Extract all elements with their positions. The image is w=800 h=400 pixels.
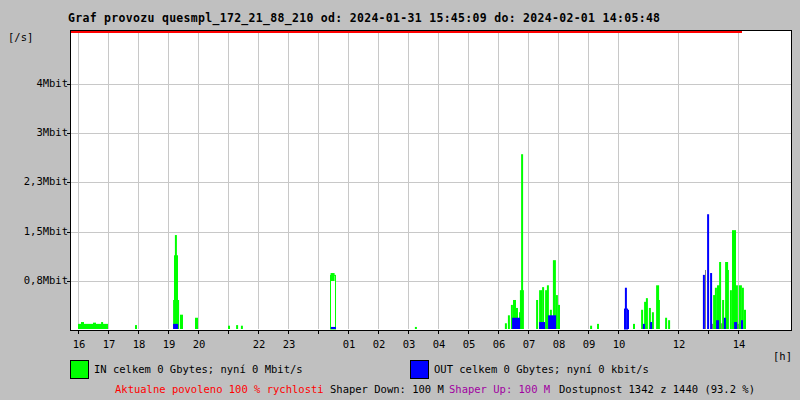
y-axis-label: 3Mbit xyxy=(8,126,68,138)
x-axis-label: 01 xyxy=(339,338,359,350)
x-axis-label: 02 xyxy=(369,338,389,350)
x-axis-label: 20 xyxy=(189,338,209,350)
footer-shaper-up: Shaper Up: 100 M xyxy=(449,383,550,395)
y-axis-label: 1,5Mbit xyxy=(8,225,68,237)
x-axis-label: 05 xyxy=(459,338,479,350)
x-axis-label: 06 xyxy=(489,338,509,350)
legend-in-label: IN celkem 0 Gbytes; nyní 0 Mbit/s xyxy=(94,363,303,375)
x-axis-label: 10 xyxy=(609,338,629,350)
x-axis-label: 07 xyxy=(519,338,539,350)
x-axis-label: 04 xyxy=(429,338,449,350)
x-axis-label: 16 xyxy=(69,338,89,350)
x-axis-label: 12 xyxy=(669,338,689,350)
x-axis-label: 03 xyxy=(399,338,419,350)
y-axis-unit-label: [/s] xyxy=(8,31,66,43)
traffic-graph-page: Graf provozu quesmpl_172_21_88_210 od: 2… xyxy=(0,0,800,400)
y-axis-label: 0,8Mbit xyxy=(8,274,68,286)
legend-out-swatch xyxy=(410,360,429,379)
footer-allowed-speed: Aktualne povoleno 100 % rychlosti xyxy=(115,383,324,395)
legend-out-label: OUT celkem 0 Gbytes; nyní 0 kbit/s xyxy=(434,363,649,375)
legend-in-swatch xyxy=(70,360,89,379)
x-axis-label: 23 xyxy=(279,338,299,350)
x-axis-label: 19 xyxy=(159,338,179,350)
x-axis-label: 17 xyxy=(99,338,119,350)
footer-availability: Dostupnost 1342 z 1440 (93.2 %) xyxy=(559,383,755,395)
x-axis-unit-label: [h] xyxy=(764,350,792,362)
y-axis-label: 4Mbit xyxy=(8,77,68,89)
x-axis-label: 22 xyxy=(249,338,269,350)
footer-shaper-down: Shaper Down: 100 M xyxy=(330,383,444,395)
x-axis-label: 14 xyxy=(729,338,749,350)
x-axis-label: 08 xyxy=(549,338,569,350)
y-axis-label: 2,3Mbit xyxy=(8,175,68,187)
x-axis-label: 18 xyxy=(129,338,149,350)
x-axis-label: 09 xyxy=(579,338,599,350)
